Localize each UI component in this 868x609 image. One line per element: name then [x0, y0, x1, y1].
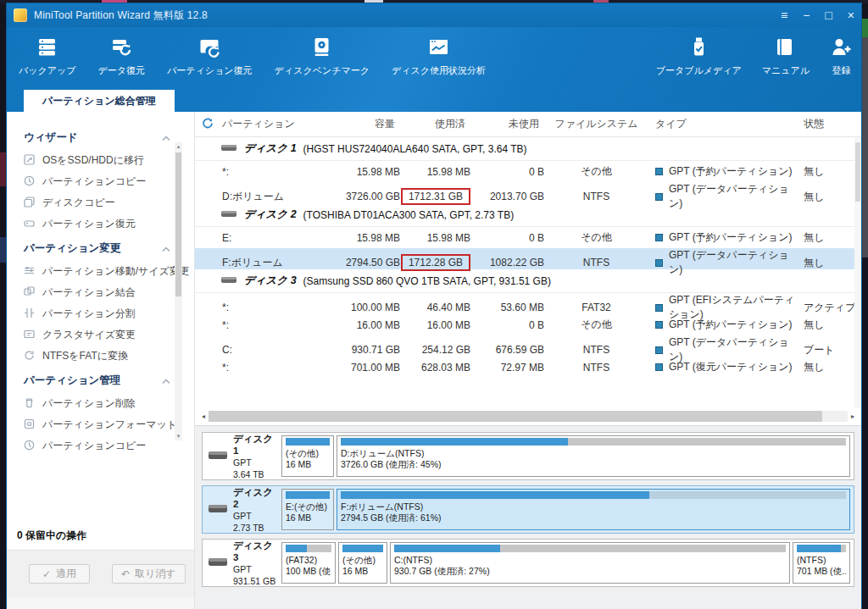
sidebar-item-format[interactable]: パーティションフォーマット	[24, 414, 194, 435]
partition-block[interactable]: D:ボリューム(NTFS) 3726.0 GB (使用済: 45%)	[337, 435, 850, 477]
desktop-fragment	[861, 37, 868, 257]
table-horizontal-scrollbar[interactable]: ◂ ▸	[198, 411, 858, 422]
sidebar-item-partition-copy[interactable]: パーティションコピー	[24, 171, 194, 192]
scrollbar-thumb[interactable]	[175, 152, 181, 296]
partition-block[interactable]: (その他) 16 MB	[338, 542, 387, 584]
partition-block[interactable]: (NTFS) 701 MB (使..	[793, 542, 850, 584]
apply-label: 適用	[56, 567, 76, 581]
partition-block-selected[interactable]: F:ボリューム(NTFS) 2794.5 GB (使用済: 61%)	[337, 489, 850, 530]
partition-recovery-button[interactable]: パーティション復元	[167, 36, 253, 77]
minimize-icon[interactable]: −	[803, 9, 810, 21]
sidebar-item-cluster-size[interactable]: クラスタサイズ変更	[24, 324, 194, 346]
partition-block[interactable]: (FAT32) 100 MB (使..	[281, 542, 336, 584]
sidebar-scrollbar[interactable]: ▴ ▾	[175, 142, 182, 440]
scroll-right-icon[interactable]: ▸	[848, 412, 858, 420]
table-row[interactable]: D:ボリューム 3726.00 GB 1712.31 GB 2013.70 GB…	[195, 182, 861, 203]
partition-copy-icon	[24, 440, 35, 453]
sidebar-item-label: ディスクコピー	[42, 196, 115, 210]
bootable-media-icon	[687, 36, 710, 58]
sidebar-item-disk-copy[interactable]: ディスクコピー	[24, 192, 194, 213]
scroll-left-icon[interactable]: ◂	[198, 412, 209, 420]
sidebar-item-label: パーティション復元	[42, 217, 136, 231]
sidebar-item-partition-recovery[interactable]: パーティション復元	[24, 213, 194, 235]
manual-button[interactable]: マニュアル	[762, 36, 810, 77]
header-partition[interactable]: パーティション	[195, 117, 339, 131]
disk-group-header[interactable]: ディスク 1 (HGST HUS724040ALA640 SATA, GPT, …	[195, 137, 861, 161]
gpt-type-icon	[655, 259, 663, 267]
sidebar-item-split[interactable]: パーティション分割	[24, 303, 194, 324]
merge-icon	[24, 286, 35, 300]
scroll-up-icon[interactable]: ▴	[175, 142, 182, 151]
partition-table: パーティション 容量 使用済 未使用 ファイルシステム タイプ 状態 ディスク …	[195, 112, 861, 425]
partition-copy-icon	[24, 175, 35, 189]
sidebar-item-partition-copy-2[interactable]: パーティションコピー	[24, 435, 194, 457]
toolbar-label: 登録	[832, 64, 851, 77]
close-icon[interactable]: ×	[848, 9, 854, 21]
sidebar-item-label: NTFSをFATに変換	[42, 349, 128, 363]
disk-card-3[interactable]: ディスク 3 GPT 931.51 GB (FAT32) 100 MB (使..…	[202, 539, 854, 587]
manual-icon	[774, 36, 797, 58]
header-capacity[interactable]: 容量	[339, 117, 400, 131]
bootable-media-button[interactable]: ブータブルメディア	[656, 36, 742, 77]
scrollbar-thumb[interactable]	[855, 142, 860, 202]
table-row-selected[interactable]: F:ボリューム 2794.50 GB 1712.28 GB 1082.22 GB…	[195, 248, 861, 269]
register-button[interactable]: 登録	[830, 36, 853, 77]
sidebar-item-merge[interactable]: パーティション結合	[24, 282, 194, 303]
disk-usage-button[interactable]: ディスク使用状況分析	[392, 36, 486, 77]
table-row[interactable]: *: 100.00 MB 46.40 MB 53.60 MB FAT32 GPT…	[195, 293, 861, 314]
sidebar-item-ntfs-to-fat[interactable]: NTFSをFATに変換	[24, 346, 194, 367]
table-row[interactable]: *: 15.98 MB 15.98 MB 0 B その他 GPT (予約パーティ…	[195, 161, 861, 182]
table-row[interactable]: C: 930.71 GB 254.12 GB 676.59 GB NTFS GP…	[195, 335, 861, 357]
section-wizard[interactable]: ウィザード	[24, 130, 194, 145]
disk-card-2[interactable]: ディスク 2 GPT 2.73 TB E:(その他) 16 MB F:ボリューム…	[202, 485, 854, 534]
pending-operations: 0 保留中の操作	[7, 525, 194, 550]
disk-benchmark-button[interactable]: ディスクベンチマーク	[275, 36, 370, 77]
main-content: パーティション 容量 使用済 未使用 ファイルシステム タイプ 状態 ディスク …	[195, 112, 861, 609]
apply-button[interactable]: ✓ 適用	[29, 564, 90, 584]
refresh-icon[interactable]	[202, 117, 214, 131]
highlight-box: 1712.31 GB	[401, 188, 470, 205]
sidebar-item-move-resize[interactable]: パーティション移動/サイズ変更	[24, 261, 194, 282]
highlight-box: 1712.28 GB	[401, 254, 470, 271]
section-title: ウィザード	[24, 130, 78, 145]
desktop-fragment	[593, 0, 609, 3]
table-row[interactable]: *: 701.00 MB 628.03 MB 72.97 MB NTFS GPT…	[195, 357, 861, 378]
table-vertical-scrollbar[interactable]	[854, 137, 861, 408]
menu-icon[interactable]: ≡	[781, 9, 787, 21]
sidebar: ウィザード OSをSSD/HDDに移行 パーティションコピー ディスクコピー	[7, 112, 195, 609]
disk-icon	[208, 449, 228, 464]
scroll-down-icon[interactable]: ▾	[175, 432, 182, 440]
toolbar-label: ディスクベンチマーク	[275, 64, 370, 77]
sidebar-item-migrate-os[interactable]: OSをSSD/HDDに移行	[24, 150, 194, 171]
table-row[interactable]: *: 16.00 MB 16.00 MB 0 B その他 GPT (予約パーティ…	[195, 314, 861, 335]
section-partition-change[interactable]: パーティション変更	[24, 241, 194, 256]
sidebar-item-label: パーティションコピー	[42, 439, 146, 453]
table-row[interactable]: E: 15.98 MB 15.98 MB 0 B その他 GPT (予約パーティ…	[195, 227, 861, 248]
partition-block[interactable]: (その他) 16 MB	[281, 435, 334, 477]
sidebar-item-delete[interactable]: パーティション削除	[24, 393, 194, 414]
partition-block[interactable]: C:(NTFS) 930.7 GB (使用済: 27%)	[390, 542, 790, 584]
disk-name: ディスク 2	[244, 208, 297, 222]
data-recovery-button[interactable]: データ復元	[98, 36, 146, 77]
header-type[interactable]: タイプ	[648, 117, 797, 131]
title-bar[interactable]: MiniTool Partition Wizard 無料版 12.8 ≡ − □…	[7, 3, 861, 27]
header-unused[interactable]: 未使用	[470, 117, 544, 131]
disk-card-1[interactable]: ディスク 1 GPT 3.64 TB (その他) 16 MB D:ボリューム(N…	[202, 432, 854, 480]
backup-icon	[36, 36, 58, 58]
maximize-icon[interactable]: □	[825, 9, 832, 21]
header-used[interactable]: 使用済	[400, 117, 470, 131]
chevron-up-icon	[162, 243, 170, 255]
tab-partition-management[interactable]: パーティション総合管理	[24, 90, 175, 112]
data-recovery-icon	[110, 36, 133, 58]
scrollbar-thumb[interactable]	[209, 411, 822, 422]
header-filesystem[interactable]: ファイルシステム	[544, 117, 648, 131]
backup-button[interactable]: バックアップ	[19, 36, 76, 77]
header-status[interactable]: 状態	[797, 117, 861, 131]
undo-button[interactable]: ↶ 取り消す	[112, 564, 186, 584]
section-partition-manage[interactable]: パーティション管理	[24, 374, 194, 388]
partition-block[interactable]: E:(その他) 16 MB	[281, 489, 334, 530]
disk-usage-icon	[427, 36, 450, 58]
section-title: パーティション管理	[24, 374, 120, 388]
format-icon	[24, 418, 35, 432]
app-window: MiniTool Partition Wizard 無料版 12.8 ≡ − □…	[7, 3, 861, 609]
